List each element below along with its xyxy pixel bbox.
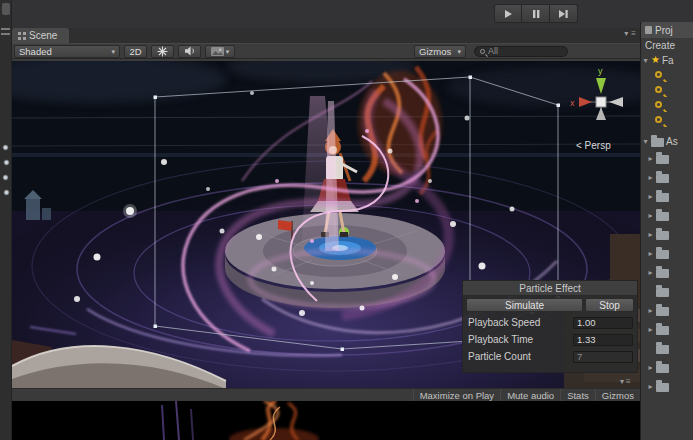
folder-icon [656,345,669,354]
game-viewport[interactable] [12,401,640,440]
project-folder-item[interactable]: ▸ [641,149,693,168]
playback-speed-label: Playback Speed [468,317,540,328]
playback-speed-row: Playback Speed 1.00 [463,314,637,331]
chevron-right-icon[interactable]: ▸ [647,211,654,220]
project-folder-item[interactable]: ▸ [641,206,693,225]
chevron-right-icon[interactable]: ▸ [647,154,654,163]
particle-count-field: 7 [573,351,633,363]
scene-tab-icon [18,32,21,35]
pause-icon [531,9,541,19]
pause-button[interactable] [522,4,550,23]
shaded-label: Shaded [19,46,52,57]
create-button[interactable]: Create [641,38,693,53]
step-button[interactable] [550,4,578,23]
project-tab-icon [645,26,652,34]
chevron-right-icon[interactable]: ▸ [647,192,654,201]
search-filter-text: All [488,46,498,56]
gizmo-x-label: x [570,98,575,108]
project-search-item[interactable] [641,97,693,112]
chevron-right-icon[interactable]: ▸ [647,363,654,372]
project-search-item[interactable] [641,82,693,97]
project-search-item[interactable] [641,112,693,127]
chevron-right-icon[interactable]: ▸ [647,306,654,315]
particle-effect-panel: Particle Effect Simulate Stop Playback S… [462,280,638,373]
project-folder-item[interactable]: ▸ [641,168,693,187]
chevron-right-icon[interactable]: ▸ [647,382,654,391]
folder-icon [656,326,669,335]
assets-item[interactable]: ▾ As [641,134,693,149]
game-panel-menu[interactable]: ▾ ≡ [620,378,631,386]
scene-panel-menu[interactable]: ▾ ≡ [624,30,636,38]
unity-editor-window: Scene ▾ ≡ Shaded ▾ 2D [0,0,693,440]
light-icon [157,46,168,57]
project-search-item[interactable] [641,67,693,82]
project-folder-item[interactable]: ▸ [641,187,693,206]
project-folder-item[interactable]: ▸ [641,301,693,320]
gizmos-toggle[interactable]: Gizmos [595,389,640,401]
favorites-item[interactable]: ▾ ★ Fa [641,53,693,67]
transport-controls [494,4,578,23]
playback-time-field[interactable]: 1.33 [573,334,633,346]
folder-icon [656,307,669,316]
chevron-right-icon[interactable]: ▸ [647,173,654,182]
project-folder-item[interactable] [641,339,693,358]
hamburger-icon: ≡ [626,378,631,386]
tab-scene[interactable]: Scene [12,28,69,43]
play-button[interactable] [494,4,522,23]
chevron-down-icon: ▾ [624,30,628,38]
mute-audio-toggle[interactable]: Mute audio [500,389,560,401]
editor-top-bar [0,0,693,28]
playback-time-label: Playback Time [468,334,533,345]
project-folder-item[interactable] [641,282,693,301]
search-icon [655,116,662,123]
project-folder-item[interactable]: ▸ [641,244,693,263]
playback-time-row: Playback Time 1.33 [463,331,637,348]
scene-search-input[interactable]: All [474,46,568,57]
search-icon [655,71,662,78]
maximize-on-play-toggle[interactable]: Maximize on Play [413,389,500,401]
chevron-down-icon: ▾ [111,48,115,55]
tab-project[interactable]: Proj [641,22,693,38]
favorite-star-icon: ★ [651,55,660,65]
2d-toggle[interactable]: 2D [124,45,147,58]
particle-count-row: Particle Count 7 [463,348,637,365]
playback-speed-field[interactable]: 1.00 [573,317,633,329]
chevron-down-icon: ▾ [457,48,461,55]
search-icon [480,49,485,54]
stop-button[interactable]: Stop [585,298,634,312]
chevron-right-icon[interactable]: ▸ [647,249,654,258]
chevron-down-icon: ▾ [620,378,624,386]
stats-toggle[interactable]: Stats [560,389,595,401]
chevron-down-icon[interactable]: ▾ [642,56,649,65]
gizmo-cube[interactable] [596,97,606,107]
project-folder-item[interactable]: ▸ [641,320,693,339]
play-icon [503,9,513,19]
project-search-list [641,67,693,127]
assets-label: As [666,136,678,147]
simulate-button[interactable]: Simulate [466,298,583,312]
scene-toolbar: Shaded ▾ 2D [12,43,640,59]
project-folder-item[interactable]: ▸ [641,377,693,396]
gizmos-dropdown[interactable]: Gizmos ▾ [414,45,466,58]
scene-tab-label: Scene [29,30,57,41]
lighting-toggle[interactable] [151,45,174,58]
project-folder-item[interactable]: ▸ [641,263,693,282]
persp-label[interactable]: < Persp [576,140,611,151]
image-icon [211,47,224,56]
game-view-toolbar: Maximize on Play Mute audio Stats Gizmos [12,388,640,401]
audio-toggle[interactable] [178,45,201,58]
chevron-right-icon[interactable]: ▸ [647,325,654,334]
folder-icon [656,250,669,259]
particle-item-icon [2,174,9,181]
particle-item-icon [2,144,9,151]
folder-icon [656,231,669,240]
folder-icon [656,174,669,183]
chevron-down-icon[interactable]: ▾ [642,137,649,146]
effects-dropdown[interactable]: ▾ [205,45,235,58]
project-folder-item[interactable]: ▸ [641,358,693,377]
gizmo-y-label: y [598,66,603,76]
shaded-dropdown[interactable]: Shaded ▾ [14,45,120,58]
chevron-right-icon[interactable]: ▸ [647,230,654,239]
project-folder-item[interactable]: ▸ [641,225,693,244]
chevron-right-icon[interactable]: ▸ [647,268,654,277]
